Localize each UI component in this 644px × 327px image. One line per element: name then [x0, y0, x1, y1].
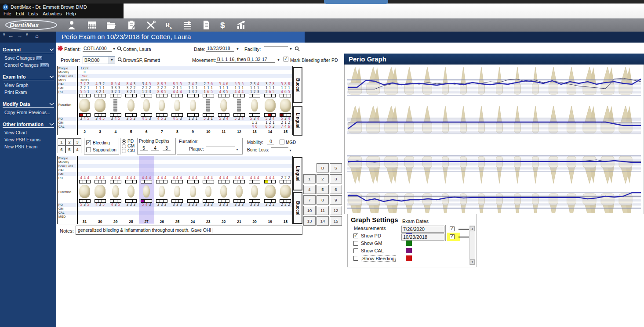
site-cell[interactable]	[102, 114, 106, 116]
buccal-site-strip[interactable]	[77, 199, 92, 203]
lingual-site-strip[interactable]	[139, 113, 154, 117]
site-cell[interactable]	[210, 180, 214, 183]
sidebar-section-header[interactable]: Exam Info	[3, 74, 54, 80]
tooth-number[interactable]: 24	[185, 219, 200, 225]
site-cell[interactable]	[237, 94, 241, 97]
site-cell[interactable]	[218, 94, 222, 97]
keypad-4[interactable]: 4	[303, 185, 316, 194]
keypad-14[interactable]: 14	[317, 216, 329, 226]
site-cell[interactable]	[179, 200, 182, 202]
site-cell[interactable]	[287, 94, 291, 97]
probing-value-3[interactable]: 3	[163, 146, 171, 151]
mini-keypad-6[interactable]: 6	[58, 146, 65, 153]
site-cell[interactable]	[265, 200, 268, 202]
site-cell[interactable]	[148, 114, 152, 116]
site-cell[interactable]	[117, 94, 121, 97]
site-cell[interactable]	[175, 114, 179, 116]
site-cell[interactable]	[98, 180, 102, 183]
buccal-site-strip[interactable]	[108, 199, 123, 203]
site-cell[interactable]	[133, 114, 136, 116]
site-cell[interactable]	[241, 200, 244, 202]
site-cell[interactable]	[222, 180, 226, 183]
lingual-site-strip[interactable]	[200, 113, 216, 117]
patient-dropdown-icon[interactable]: ▼	[113, 47, 116, 50]
tooth-column-24[interactable]: 44433324	[185, 156, 200, 224]
tooth-column-10[interactable]: 27611116553110	[200, 66, 216, 135]
site-cell[interactable]	[95, 200, 98, 202]
site-cell[interactable]	[172, 180, 175, 183]
lingual-site-strip[interactable]	[247, 113, 262, 117]
site-cell[interactable]	[126, 94, 129, 97]
scroll-down-icon[interactable]: ▼	[470, 259, 475, 265]
tools-icon[interactable]	[145, 20, 156, 30]
patient-code-field[interactable]: COTLA000	[83, 45, 112, 52]
site-cell[interactable]	[156, 180, 160, 183]
site-cell[interactable]	[195, 200, 198, 202]
site-cell[interactable]	[148, 94, 152, 97]
keypad-11[interactable]: 11	[317, 206, 329, 215]
site-cell[interactable]	[249, 180, 253, 183]
tooth-column-22[interactable]: 44433322	[216, 156, 231, 224]
tooth-number[interactable]: 30	[92, 219, 108, 225]
buccal-site-strip[interactable]	[278, 199, 293, 203]
tooth-number[interactable]: 21	[231, 219, 247, 225]
site-cell[interactable]	[210, 94, 214, 97]
site-cell[interactable]	[284, 114, 287, 116]
keypad-15[interactable]: 15	[330, 216, 342, 226]
tooth-number[interactable]: 14	[262, 129, 278, 135]
exam-date-2-checkbox[interactable]	[450, 234, 455, 239]
show-gm-checkbox[interactable]	[353, 241, 358, 246]
site-cell[interactable]	[80, 94, 83, 97]
site-cell[interactable]	[265, 94, 268, 97]
site-cell[interactable]	[114, 114, 117, 116]
menu-file[interactable]: File	[4, 11, 11, 16]
site-cell[interactable]	[218, 180, 222, 183]
site-cell[interactable]	[210, 200, 214, 202]
buccal-site-strip[interactable]	[154, 94, 170, 97]
keypad-1[interactable]: 1	[303, 174, 316, 183]
sidebar-item-view-chart[interactable]: View Chart	[3, 129, 54, 136]
tooth-number[interactable]: 18	[278, 219, 293, 225]
keypad-9[interactable]: 9	[330, 195, 342, 205]
lingual-site-strip[interactable]	[170, 113, 185, 117]
site-cell[interactable]	[102, 94, 106, 97]
cal-radio[interactable]	[122, 149, 126, 153]
buccal-site-strip[interactable]	[108, 94, 123, 97]
keypad-12[interactable]: 12	[330, 206, 342, 215]
tooth-number[interactable]: 4	[108, 129, 123, 135]
site-cell[interactable]	[175, 180, 179, 183]
buccal-site-strip[interactable]	[231, 199, 247, 203]
site-cell[interactable]	[126, 200, 129, 202]
date-field[interactable]: 10/23/2018	[206, 45, 234, 52]
lingual-site-strip[interactable]	[231, 180, 247, 183]
tooth-column-29[interactable]: 44443529	[108, 156, 123, 224]
site-cell[interactable]	[207, 200, 210, 202]
mini-keypad-1[interactable]: 1	[58, 138, 65, 146]
buccal-site-strip[interactable]	[262, 199, 278, 203]
site-cell[interactable]	[191, 94, 195, 97]
tooth-number[interactable]: 25	[170, 219, 185, 225]
buccal-site-strip[interactable]	[92, 199, 108, 203]
site-cell[interactable]	[287, 180, 291, 183]
site-cell[interactable]	[83, 94, 87, 97]
tooth-column-14[interactable]: 37811126553412185314	[262, 66, 278, 135]
site-cell[interactable]	[218, 114, 222, 116]
tooth-number[interactable]: 10	[200, 129, 216, 135]
exam-date-1-checkbox[interactable]	[450, 226, 455, 231]
site-cell[interactable]	[280, 94, 284, 97]
lingual-site-strip[interactable]	[92, 180, 108, 183]
site-cell[interactable]	[237, 200, 241, 202]
site-cell[interactable]	[256, 94, 260, 97]
mini-keypad-5[interactable]: 5	[65, 146, 73, 153]
buccal-site-strip[interactable]	[123, 94, 138, 97]
site-cell[interactable]	[237, 114, 241, 116]
site-cell[interactable]	[249, 94, 253, 97]
site-cell[interactable]	[179, 114, 182, 116]
site-cell[interactable]	[133, 180, 136, 183]
tooth-number[interactable]: 31	[77, 219, 92, 225]
mark-bleeding-checkbox[interactable]	[284, 57, 288, 61]
ledger-icon[interactable]: $	[182, 20, 193, 30]
history-forward-chevron-icon[interactable]: ∨	[25, 32, 29, 36]
site-cell[interactable]	[156, 200, 160, 202]
site-cell[interactable]	[164, 180, 167, 183]
